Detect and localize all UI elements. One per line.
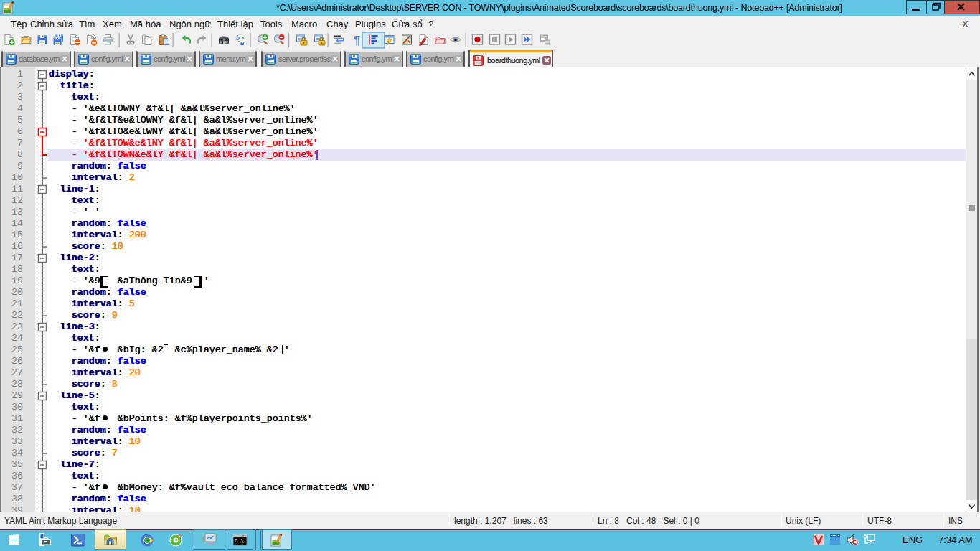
svg-text:¶: ¶	[354, 34, 360, 47]
svg-text:a: a	[240, 38, 245, 47]
svg-text:C:\: C:\	[235, 538, 244, 544]
svg-text:b: b	[236, 34, 240, 42]
